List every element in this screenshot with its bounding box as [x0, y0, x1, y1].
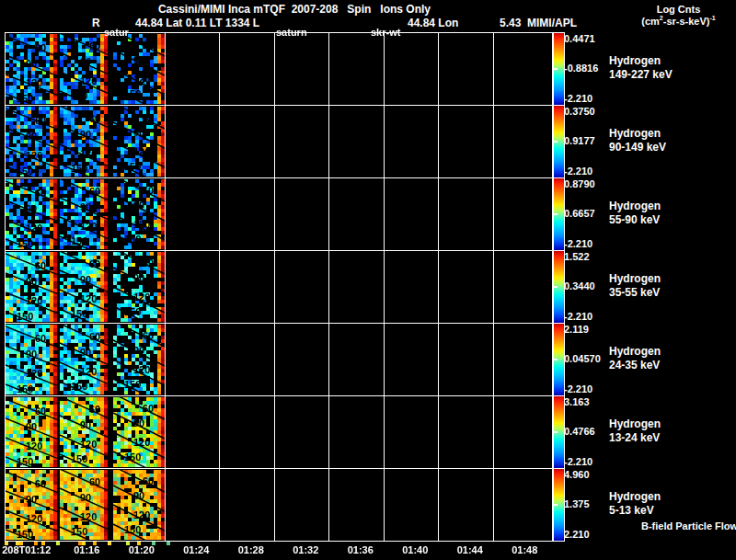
species-label-4: Hydrogen35-55 keV: [609, 272, 661, 300]
colorbar-max-label: 3.163: [564, 396, 590, 407]
plot-title: Cassini/MIMI Inca mTQF 2007-208 Spin Ion…: [138, 4, 451, 16]
energy-range-label: 90-149 keV: [609, 141, 666, 154]
spectrogram-panel-2: [5, 105, 553, 178]
spectrogram-screen: Cassini/MIMI Inca mTQF 2007-208 Spin Ion…: [0, 0, 736, 560]
spectrogram-panel-4: [5, 250, 553, 324]
species-name: Hydrogen: [609, 417, 661, 431]
colorbar-mid-tick: [554, 286, 558, 288]
colorbar-min-label: 2.210: [564, 529, 590, 540]
colorbar-mid-tick: [554, 359, 558, 360]
spectrogram-canvas-6: [6, 396, 552, 468]
colorbar-mid-tick: [554, 213, 558, 215]
ephemeris-mimi-apl: 5.43 MIMI/APL: [500, 17, 577, 29]
species-label-7: Hydrogen5-13 keV: [609, 490, 661, 518]
colorbar-mid-tick: [554, 431, 558, 433]
spectrogram-canvas-2: [6, 106, 552, 177]
spectrogram-panel-1: [5, 32, 553, 106]
energy-range-label: 24-35 keV: [609, 359, 661, 372]
energy-range-label: 35-55 keV: [609, 286, 661, 300]
bfield-note: B-field Particle Flow: [641, 520, 736, 531]
colorbar-max-label: 0.8790: [564, 178, 595, 189]
spectrogram-panel-6: [5, 395, 553, 469]
colorbar-mid-label: 0.04570: [564, 353, 601, 364]
species-name: Hydrogen: [609, 272, 661, 286]
units-mid: -sr-s-keV): [663, 16, 710, 27]
colorbar-min-label: -2.210: [564, 166, 592, 177]
units-prefix: (cm: [641, 16, 660, 27]
colorbar-mid-tick: [554, 68, 558, 70]
ephemeris-lon: 44.84 Lon: [408, 17, 458, 29]
ephemeris-lat-lt-l: 44.84 Lat 0.11 LT 1334 L: [135, 17, 259, 29]
energy-range-label: 13-24 keV: [609, 431, 661, 445]
colorbar-mid-label: 1.375: [564, 498, 590, 509]
colorbar-min-label: -2.210: [564, 93, 592, 104]
col-label-satur: satur: [104, 27, 129, 38]
colorbar-max-label: 0.3750: [564, 106, 595, 117]
colorbar-min-label: -2.210: [564, 238, 592, 249]
spectrogram-canvas-5: [6, 324, 552, 395]
colorbar-mid-label: 0.3440: [564, 280, 595, 291]
spectrogram-canvas-1: [6, 33, 552, 105]
colorbar-min-label: -2.210: [564, 456, 592, 467]
colorbar-max-label: 2.119: [564, 324, 589, 335]
energy-range-label: 55-90 keV: [609, 213, 661, 227]
units-superscript-neg1: -1: [709, 15, 715, 21]
colorbar-max-label: 4.960: [564, 469, 590, 480]
spectrogram-panel-7: [5, 468, 553, 542]
energy-range-label: 149-227 keV: [609, 68, 673, 82]
colorbar-title: Log Cnts: [626, 4, 731, 15]
colorbar-mid-label: -0.8816: [564, 63, 598, 74]
species-label-6: Hydrogen13-24 keV: [609, 417, 661, 445]
species-label-3: Hydrogen55-90 keV: [609, 200, 661, 227]
energy-range-label: 5-13 keV: [609, 504, 661, 518]
species-name: Hydrogen: [609, 54, 673, 68]
ephemeris-r-label: R: [92, 17, 100, 29]
colorbar-mid-label: 0.9177: [564, 135, 595, 146]
colorbar-max-label: 0.4471: [564, 33, 595, 44]
species-label-1: Hydrogen149-227 keV: [609, 54, 673, 82]
colorbar-mid-label: 0.4766: [564, 426, 595, 437]
colorbar-max-label: 1.522: [564, 251, 590, 262]
spectrogram-panel-5: [5, 323, 553, 396]
spectrogram-canvas-4: [6, 251, 552, 323]
colorbar-mid-tick: [554, 141, 558, 143]
colorbar-min-label: -2.210: [564, 383, 592, 394]
colorbar-mid-label: 0.6657: [564, 208, 595, 219]
colorbar-min-label: -2.210: [564, 311, 592, 322]
species-name: Hydrogen: [609, 490, 661, 504]
spectrogram-panel-3: [5, 177, 553, 251]
col-label-saturn: saturn: [276, 27, 307, 38]
spectrogram-canvas-3: [6, 178, 552, 250]
species-name: Hydrogen: [609, 127, 666, 141]
species-label-5: Hydrogen24-35 keV: [609, 345, 661, 372]
species-label-2: Hydrogen90-149 keV: [609, 127, 666, 154]
col-label-skr-wt: skr-wt: [371, 27, 400, 38]
spectrogram-canvas-7: [6, 469, 552, 541]
species-name: Hydrogen: [609, 200, 661, 213]
colorbar-units: (cm2-sr-s-keV)-1: [626, 16, 731, 27]
species-name: Hydrogen: [609, 345, 661, 359]
time-tick-label-10: 01:48: [486, 544, 563, 555]
colorbar-mid-tick: [554, 504, 558, 506]
